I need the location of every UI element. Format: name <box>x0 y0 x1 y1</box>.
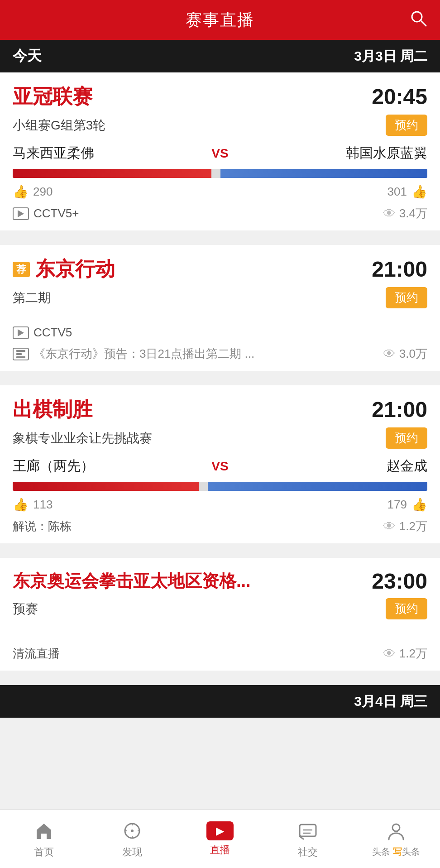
nav-label-social: 社交 <box>298 845 318 859</box>
reserve-button-4[interactable]: 预约 <box>386 598 427 619</box>
team-right-3: 赵金成 <box>238 457 427 475</box>
thumb-up-left-icon-3: 👍 <box>13 497 29 512</box>
thumb-up-right-icon-3: 👍 <box>411 497 427 512</box>
nav-item-live[interactable]: 直播 <box>176 821 264 857</box>
support-bar-1 <box>13 169 427 178</box>
view-right-2: 👁 3.0万 <box>383 346 427 362</box>
event-subtitle-1: 小组赛G组第3轮 <box>13 117 105 134</box>
eye-icon-3: 👁 <box>383 519 396 534</box>
nav-label-home: 首页 <box>34 845 54 859</box>
play-triangle-2 <box>18 329 24 336</box>
eye-icon-2: 👁 <box>383 346 396 361</box>
event-title-2: 东京行动 <box>35 256 115 283</box>
channel-left-3: 解说：陈栋 <box>13 518 72 534</box>
event-card-3[interactable]: 出棋制胜 21:00 象棋专业业余让先挑战赛 预约 王廊（两先） VS 赵金成 … <box>0 385 440 543</box>
event-subtitle-2: 第二期 <box>13 289 51 307</box>
profile-icon <box>384 820 408 843</box>
vs-row-3: 王廊（两先） VS 赵金成 <box>13 457 427 475</box>
channel-left-4: 清流直播 <box>13 646 60 662</box>
vs-row-1: 马来西亚柔佛 VS 韩国水原蓝翼 <box>13 144 427 163</box>
nav-item-social[interactable]: 社交 <box>264 819 352 859</box>
support-bar-3 <box>13 482 427 491</box>
eye-icon-4: 👁 <box>383 646 396 661</box>
reserve-button-2[interactable]: 预约 <box>386 287 427 308</box>
nav-label-profile: 头条 写头条 <box>372 846 420 858</box>
view-count-3: 1.2万 <box>399 518 427 534</box>
preview-text-2: 《东京行动》预告：3日21点播出第二期 ... <box>33 346 254 362</box>
nav-label-discover: 发现 <box>122 845 142 859</box>
event-subtitle-row-2: 第二期 预约 <box>13 287 427 308</box>
support-blue-1 <box>220 169 427 178</box>
nav-item-discover[interactable]: 发现 <box>88 819 176 859</box>
event-title-1: 亚冠联赛 <box>13 83 92 110</box>
vote-left-1: 👍 290 <box>13 184 53 199</box>
votes-row-1: 👍 290 301 👍 <box>13 184 427 199</box>
spacer-3 <box>0 551 440 558</box>
votes-row-3: 👍 113 179 👍 <box>13 497 427 512</box>
support-red-3 <box>13 482 199 491</box>
nav-item-profile[interactable]: 头条 写头条 <box>352 820 440 858</box>
channel-row-2: CCTV5 <box>13 326 427 340</box>
spacer-2 <box>0 378 440 385</box>
today-label: 今天 <box>13 46 42 66</box>
commentary-3: 解说：陈栋 <box>13 518 72 534</box>
vote-count-right-3: 179 <box>387 498 407 512</box>
thumb-up-right-icon-1: 👍 <box>411 184 427 199</box>
event-time-3: 21:00 <box>372 397 427 422</box>
event-title-row-2: 荐 东京行动 <box>13 256 115 283</box>
event-title-4: 东京奥运会拳击亚太地区资格... <box>13 570 251 593</box>
channel-name-4: 清流直播 <box>13 646 60 662</box>
team-left-1: 马来西亚柔佛 <box>13 144 202 163</box>
event-card-1[interactable]: 亚冠联赛 20:45 小组赛G组第3轮 预约 马来西亚柔佛 VS 韩国水原蓝翼 … <box>0 72 440 230</box>
search-icon[interactable] <box>409 9 427 31</box>
event-subtitle-row-4: 预赛 预约 <box>13 598 427 619</box>
reserve-button-3[interactable]: 预约 <box>386 427 427 449</box>
vote-left-3: 👍 113 <box>13 497 53 512</box>
event-card-2[interactable]: 荐 东京行动 21:00 第二期 预约 CCTV5 <box>0 245 440 371</box>
event-time-2: 21:00 <box>372 257 427 282</box>
date-full: 3月3日 周二 <box>354 47 427 66</box>
vote-count-right-1: 301 <box>387 185 407 199</box>
spacer-1 <box>0 238 440 245</box>
view-count-1: 3.4万 <box>399 206 427 221</box>
svg-point-3 <box>131 830 134 832</box>
event-subtitle-3: 象棋专业业余让先挑战赛 <box>13 430 152 447</box>
preview-inner-2: 《东京行动》预告：3日21点播出第二期 ... <box>13 346 254 362</box>
social-icon <box>296 819 320 843</box>
channel-row-3: 解说：陈栋 👁 1.2万 <box>13 518 427 534</box>
channel-row-4: 清流直播 👁 1.2万 <box>13 646 427 662</box>
support-blue-3 <box>208 482 427 491</box>
home-icon <box>32 819 56 843</box>
date-bar: 今天 3月3日 周二 <box>0 40 440 72</box>
tv-icon-1 <box>13 207 29 220</box>
nav-label-live: 直播 <box>210 843 230 857</box>
nav-item-home[interactable]: 首页 <box>0 819 88 859</box>
next-day-text: 3月4日 周三 <box>354 692 427 711</box>
event-header-2: 荐 东京行动 21:00 <box>13 256 427 283</box>
preview-line-long2-2 <box>16 356 25 358</box>
vs-label-3: VS <box>202 459 238 474</box>
vote-right-1: 301 👍 <box>387 184 427 199</box>
event-card-4[interactable]: 东京奥运会拳击亚太地区资格... 23:00 预赛 预约 清流直播 👁 1.2万 <box>0 558 440 671</box>
live-icon <box>206 821 234 840</box>
event-header-1: 亚冠联赛 20:45 <box>13 83 427 110</box>
preview-line-short-2 <box>16 353 22 355</box>
support-red-1 <box>13 169 211 178</box>
preview-line-long-2 <box>16 350 25 352</box>
eye-icon-1: 👁 <box>383 206 396 221</box>
event-tag-2: 荐 <box>13 262 30 277</box>
vote-count-left-3: 113 <box>33 498 53 512</box>
view-count-2: 3.0万 <box>399 346 427 362</box>
reserve-button-1[interactable]: 预约 <box>386 115 427 136</box>
event-subtitle-row-3: 象棋专业业余让先挑战赛 预约 <box>13 427 427 449</box>
empty-vs-2 <box>13 317 427 326</box>
support-white-1 <box>211 169 220 178</box>
team-left-3: 王廊（两先） <box>13 457 202 475</box>
vote-right-3: 179 👍 <box>387 497 427 512</box>
channel-left-2: CCTV5 <box>13 326 72 340</box>
app-header: 赛事直播 <box>0 0 440 40</box>
event-subtitle-row-1: 小组赛G组第3轮 预约 <box>13 115 427 136</box>
event-header-3: 出棋制胜 21:00 <box>13 396 427 423</box>
compass-icon <box>120 819 144 843</box>
event-time-1: 20:45 <box>372 84 427 109</box>
